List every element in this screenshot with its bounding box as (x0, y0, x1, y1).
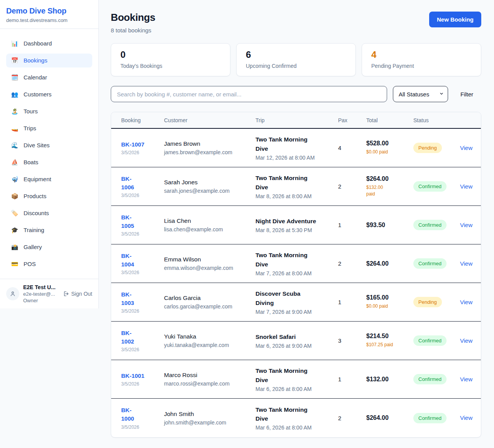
pos-icon: 💳 (11, 260, 19, 268)
customer-cell: John Smithjohn.smith@example.com (164, 411, 255, 426)
sidebar-item-trips[interactable]: 🚤Trips (6, 121, 92, 135)
status-cell: Confirmed (413, 220, 460, 230)
actions-cell: View (460, 260, 475, 267)
bookings-table: BookingCustomerTripPaxTotalStatus BK-100… (111, 112, 481, 438)
total-cell: $93.50 (366, 222, 413, 229)
customer-name: Sarah Jones (164, 179, 255, 186)
sidebar-item-training[interactable]: 🎓Training (6, 223, 92, 237)
user-email: e2e-tester@... (23, 291, 59, 297)
paid-amount: $0.00 paid (366, 303, 413, 310)
view-link[interactable]: View (460, 376, 472, 382)
sidebar-item-gallery[interactable]: 📸Gallery (6, 240, 92, 254)
view-link[interactable]: View (460, 299, 472, 305)
trip-datetime: Mar 6, 2026 at 9:00 AM (255, 343, 338, 349)
sidebar-item-label: Products (24, 192, 46, 200)
sidebar-item-label: Discounts (24, 209, 49, 217)
booking-number-line: 1000 (121, 414, 164, 423)
new-booking-button[interactable]: New Booking (429, 12, 481, 27)
customer-cell: Emma Wilsonemma.wilson@example.com (164, 256, 255, 271)
trip-name: Two Tank MorningDive (255, 173, 338, 192)
booking-number-link[interactable]: BK-1007 (121, 140, 164, 149)
booking-number-link[interactable]: BK-1006 (121, 175, 164, 192)
booking-number-link[interactable]: BK-1004 (121, 252, 164, 269)
dive-sites-icon: 🌊 (11, 141, 19, 149)
user-name: E2E Test U... (23, 284, 59, 290)
sidebar-item-bookings[interactable]: 📅Bookings (6, 54, 92, 67)
search-input[interactable] (111, 86, 387, 102)
gallery-icon: 📸 (11, 243, 19, 251)
sidebar-item-calendar[interactable]: 🗓️Calendar (6, 71, 92, 84)
sidebar-item-products[interactable]: 📦Products (6, 189, 92, 203)
table-body: BK-10073/5/2026James Brownjames.brown@ex… (111, 129, 481, 437)
trip-name-line: Dive (255, 414, 338, 423)
customer-cell: Sarah Jonessarah.jones@example.com (164, 179, 255, 194)
user-role: Owner (23, 298, 59, 303)
status-badge: Confirmed (413, 413, 447, 423)
sidebar-item-label: Boats (24, 158, 38, 166)
booking-number-line: BK- (121, 175, 164, 183)
booking-number-link[interactable]: BK-1005 (121, 213, 164, 230)
main-content: Bookings 8 total bookings New Booking 0T… (99, 0, 494, 448)
filter-button[interactable]: Filter (460, 91, 473, 98)
view-link[interactable]: View (460, 337, 472, 344)
view-link[interactable]: View (460, 183, 472, 190)
booking-number-link[interactable]: BK-1002 (121, 329, 164, 346)
booking-date: 3/5/2026 (121, 231, 164, 237)
actions-cell: View (460, 183, 475, 190)
customer-email: carlos.garcia@example.com (164, 303, 255, 310)
column-header-trip: Trip (255, 117, 338, 123)
booking-number-link[interactable]: BK-1000 (121, 406, 164, 423)
boats-icon: ⛵ (11, 158, 19, 166)
stat-label: Upcoming Confirmed (246, 63, 346, 69)
status-cell: Pending (413, 143, 460, 153)
equipment-icon: 🤿 (11, 175, 19, 183)
pax-cell: 3 (338, 337, 366, 344)
customer-name: Carlos Garcia (164, 295, 255, 301)
trip-cell: Snorkel SafariMar 6, 2026 at 9:00 AM (255, 332, 338, 349)
trip-name-line: Discover Scuba (255, 289, 338, 298)
sidebar-item-label: Trips (24, 125, 36, 132)
customer-name: Emma Wilson (164, 256, 255, 263)
customer-email: sarah.jones@example.com (164, 188, 255, 194)
booking-date: 3/5/2026 (121, 308, 164, 314)
status-filter-select[interactable]: All Statuses (393, 86, 448, 102)
sidebar: Demo Dive Shop demo.test.divestreams.com… (0, 0, 99, 308)
view-link[interactable]: View (460, 145, 472, 151)
sidebar-user-section: E2E Test U... e2e-tester@... Owner Sign … (0, 279, 98, 308)
sidebar-item-label: Calendar (24, 74, 47, 81)
view-link[interactable]: View (460, 260, 472, 267)
table-row: BK-10053/5/2026Lisa Chenlisa.chen@exampl… (111, 206, 481, 244)
sidebar-item-discounts[interactable]: 🏷️Discounts (6, 206, 92, 220)
trip-name: Two Tank MorningDive (255, 366, 338, 384)
sidebar-item-label: Dive Sites (24, 141, 50, 149)
sidebar-item-tours[interactable]: 🏝️Tours (6, 104, 92, 118)
paid-amount-line: $132.00 (366, 184, 413, 191)
sidebar-item-dive-sites[interactable]: 🌊Dive Sites (6, 138, 92, 152)
pax-cell: 1 (338, 222, 366, 228)
view-link[interactable]: View (460, 414, 472, 421)
view-link[interactable]: View (460, 222, 472, 228)
booking-number-line: 1003 (121, 299, 164, 307)
trip-name-line: Dive (255, 376, 338, 384)
trip-name-line: Snorkel Safari (255, 332, 338, 341)
trip-datetime: Mar 8, 2026 at 8:00 AM (255, 193, 338, 199)
booking-number-link[interactable]: BK-1001 (121, 372, 164, 380)
booking-number-line: BK- (121, 406, 164, 414)
paid-amount-line: $0.00 paid (366, 303, 413, 310)
sidebar-item-equipment[interactable]: 🤿Equipment (6, 172, 92, 186)
booking-number-line: 1005 (121, 222, 164, 230)
sidebar-item-boats[interactable]: ⛵Boats (6, 155, 92, 169)
booking-cell: BK-10073/5/2026 (121, 140, 164, 156)
sign-out-icon (63, 291, 69, 297)
total-cell: $528.00$0.00 paid (366, 140, 413, 155)
booking-number-line: 1002 (121, 337, 164, 346)
sign-out-button[interactable]: Sign Out (63, 291, 92, 297)
sidebar-item-pos[interactable]: 💳POS (6, 257, 92, 271)
sidebar-item-dashboard[interactable]: 📊Dashboard (6, 37, 92, 51)
total-cell: $214.50$107.25 paid (366, 333, 413, 348)
sidebar-item-customers[interactable]: 👥Customers (6, 88, 92, 101)
booking-number-link[interactable]: BK-1003 (121, 290, 164, 307)
customer-cell: Yuki Tanakayuki.tanaka@example.com (164, 333, 255, 348)
status-cell: Confirmed (413, 258, 460, 269)
status-badge: Confirmed (413, 374, 447, 384)
